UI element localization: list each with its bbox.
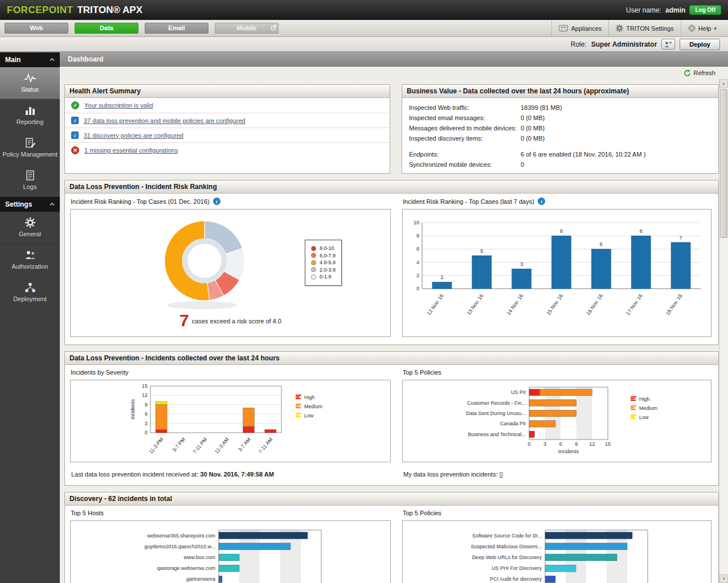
incidents-severity-caption-text: Incidents by Severity: [71, 369, 129, 376]
sidebar-item-reporting[interactable]: Reporting: [0, 100, 60, 132]
info-icon[interactable]: i: [538, 198, 545, 205]
triton-settings-button[interactable]: TRITON Settings: [608, 20, 681, 36]
discovery-policies-configured-link[interactable]: 31 discovery policies are configured: [84, 132, 183, 139]
svg-text:0: 0: [145, 430, 148, 436]
tab-email[interactable]: Email: [145, 23, 208, 34]
tab-data[interactable]: Data: [75, 23, 138, 34]
svg-text:7-11 PM: 7-11 PM: [191, 437, 208, 455]
svg-text:3: 3: [520, 261, 523, 267]
bv-value: 0 (0 MB): [521, 114, 545, 122]
svg-text:Suspected Malicious Dissemi...: Suspected Malicious Dissemi...: [471, 544, 542, 549]
my-incidents-link[interactable]: 0: [500, 471, 503, 478]
svg-text:Incidents: Incidents: [558, 449, 579, 454]
discovery-hosts-caption: Top 5 Hosts: [70, 506, 391, 520]
svg-text:9: 9: [145, 402, 148, 408]
bv-row: Inspected email messages:0 (0 MB): [409, 113, 711, 123]
bar-chart-icon: [24, 105, 36, 116]
svg-text:www.box.com: www.box.com: [183, 555, 215, 560]
sidebar-item-reporting-label: Reporting: [17, 118, 44, 125]
risk-ranking-title: Data Loss Prevention - Incident Risk Ran…: [65, 180, 718, 194]
svg-text:Low: Low: [304, 413, 314, 418]
sidebar-section-main[interactable]: Main: [0, 52, 60, 67]
svg-text:1: 1: [440, 274, 443, 280]
svg-text:15: 15: [605, 441, 611, 447]
svg-text:6: 6: [145, 411, 148, 417]
bv-label: Inspected Web traffic:: [409, 104, 521, 112]
appliances-label: Appliances: [571, 25, 602, 32]
discovery-policies-section: Top 5 Policies 048121620Software Source …: [402, 506, 711, 583]
svg-text:8: 8: [640, 228, 643, 234]
scroll-down-button[interactable]: ▼: [719, 574, 728, 583]
sidebar-item-deployment[interactable]: Deployment: [0, 277, 60, 309]
bv-value: 0 (0 MB): [521, 124, 545, 133]
sidebar-item-status[interactable]: Status: [0, 67, 60, 100]
svg-text:3: 3: [543, 441, 546, 447]
svg-text:6: 6: [416, 246, 419, 252]
svg-text:9: 9: [575, 441, 578, 447]
svg-text:11-3 PM: 11-3 PM: [148, 437, 165, 455]
risk-donut-caption-text: Incident Risk Ranking - Top Cases (01 De…: [71, 198, 210, 205]
log-off-button[interactable]: Log Off: [689, 5, 721, 15]
appliances-icon: [559, 25, 568, 31]
discovery-title: Discovery - 62 incidents in total: [65, 492, 718, 506]
incidents-severity-chart[interactable]: 03691215Incidents11-3 PM3-7 PM7-11 PM11-…: [70, 380, 391, 462]
discovery-hosts-section: Top 5 Hosts 0612182430websense365.sharep…: [70, 506, 391, 583]
sidebar: Main Status Reporting Policy Management …: [0, 52, 60, 583]
scroll-up-button[interactable]: ▲: [719, 79, 728, 88]
sidebar-filler: [0, 309, 60, 583]
risk-donut-chart[interactable]: 8.0-106.0-7.94.0-5.92.0-3.90-1.9: [71, 210, 390, 313]
sidebar-item-deployment-label: Deployment: [13, 295, 47, 302]
refresh-row: Refresh: [60, 67, 728, 79]
discovery-policies-chart[interactable]: 048121620Software Source Code for Di...S…: [402, 520, 711, 583]
top-toolbar: Appliances TRITON Settings Help ▾: [551, 20, 723, 36]
bv-label: Inspected discovery items:: [409, 134, 521, 143]
switch-role-icon: [664, 41, 672, 48]
deploy-button[interactable]: Deploy: [680, 39, 720, 50]
tab-mobile[interactable]: Mobile: [215, 23, 279, 34]
risk-summary: 7cases exceed a risk score of 4.0: [71, 311, 390, 330]
collapse-icon: [50, 203, 55, 206]
sidebar-item-general[interactable]: General: [0, 212, 60, 244]
appliances-button[interactable]: Appliances: [551, 20, 608, 36]
svg-text:0: 0: [416, 286, 419, 292]
health-alert-summary-panel: Health Alert Summary ✓ Your subscription…: [64, 84, 390, 174]
svg-text:3-7 AM: 3-7 AM: [237, 437, 252, 453]
last-incident-note: Last data loss prevention incident recei…: [70, 471, 391, 478]
sidebar-item-policy-management[interactable]: Policy Management: [0, 132, 60, 165]
sidebar-item-authorization[interactable]: Authorization: [0, 244, 60, 277]
svg-text:4: 4: [416, 260, 419, 265]
dlp-top-policies-section: Top 5 Policies 03691215IncidentsUS PIICu…: [402, 365, 711, 478]
discovery-policies-caption: Top 5 Policies: [402, 506, 711, 520]
discovery-hosts-chart[interactable]: 0612182430websense365.sharepoint.comguyd…: [70, 520, 391, 583]
sidebar-section-settings[interactable]: Settings: [0, 197, 60, 212]
risk-bars-chart[interactable]: 0246810112 Nov. 16513 Nov. 16314 Nov. 16…: [402, 209, 711, 337]
refresh-button[interactable]: Refresh: [684, 69, 715, 77]
help-button[interactable]: Help ▾: [681, 20, 723, 36]
subscription-valid-link[interactable]: Your subscription is valid: [84, 102, 153, 109]
health-alert-summary-title: Health Alert Summary: [65, 85, 390, 98]
tab-web[interactable]: Web: [5, 23, 68, 34]
vertical-scrollbar[interactable]: ▲ ▼: [719, 79, 728, 583]
svg-text:11-3 AM: 11-3 AM: [214, 437, 230, 455]
dlp-policies-configured-link[interactable]: 37 data loss prevention and mobile polic…: [84, 117, 246, 124]
incidents-severity-section: Incidents by Severity 03691215Incidents1…: [70, 365, 391, 478]
bv-row: Synchronized mobile devices:0: [409, 159, 711, 170]
svg-text:6: 6: [600, 241, 603, 247]
bv-row: Endpoints:6 of 6 are enabled (18 Nov. 20…: [409, 149, 711, 159]
refresh-label: Refresh: [693, 69, 715, 76]
user-name: admin: [665, 6, 685, 14]
user-name-label: User name:: [626, 6, 661, 14]
dlp-top-policies-chart[interactable]: 03691215IncidentsUS PIICustomer Records …: [402, 380, 711, 462]
scrollbar-thumb[interactable]: [720, 89, 727, 238]
info-icon[interactable]: i: [213, 198, 220, 205]
incidents-severity-caption: Incidents by Severity: [70, 365, 391, 380]
manage-roles-button[interactable]: [661, 39, 675, 50]
sidebar-item-logs[interactable]: Logs: [0, 165, 60, 197]
risk-donut-legend: 8.0-106.0-7.94.0-5.92.0-3.90-1.9: [305, 240, 342, 286]
svg-text:US PII: US PII: [511, 389, 526, 395]
sidebar-item-policy-management-label: Policy Management: [2, 151, 58, 158]
bv-label: Synchronized mobile devices:: [409, 161, 521, 169]
missing-configurations-link[interactable]: 1 missing essential configurations: [84, 147, 178, 154]
tab-mobile-label: Mobile: [237, 24, 257, 31]
svg-text:5: 5: [480, 248, 483, 254]
